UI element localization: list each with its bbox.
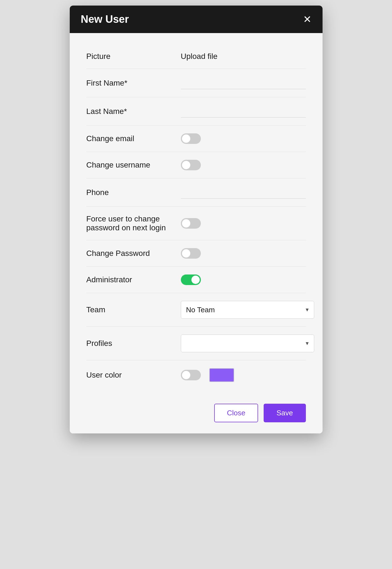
force-password-label: Force user to change password on next lo… [86, 214, 181, 232]
administrator-toggle[interactable] [181, 274, 201, 285]
change-username-row: Change username [86, 152, 306, 178]
new-user-modal: New User ✕ Picture Upload file First Nam… [70, 6, 323, 433]
force-password-toggle[interactable] [181, 218, 201, 229]
user-color-toggle[interactable] [181, 370, 201, 380]
last-name-control [181, 105, 306, 118]
team-row: Team No Team Team A Team B ▼ [86, 293, 306, 327]
change-password-toggle-wrapper [181, 248, 306, 259]
change-email-control [181, 133, 306, 144]
change-username-control [181, 160, 306, 170]
force-password-control [181, 218, 306, 229]
close-button[interactable]: Close [214, 404, 258, 422]
first-name-control [181, 77, 306, 89]
team-select-wrapper: No Team Team A Team B ▼ [181, 301, 314, 319]
modal-close-button[interactable]: ✕ [303, 14, 311, 24]
last-name-input[interactable] [181, 105, 306, 118]
picture-row: Picture Upload file [86, 44, 306, 69]
user-color-control [181, 368, 306, 382]
change-username-toggle[interactable] [181, 160, 201, 170]
change-password-row: Change Password [86, 240, 306, 267]
change-email-toggle[interactable] [181, 133, 201, 144]
last-name-label: Last Name* [86, 107, 181, 116]
profiles-select[interactable]: Profile A Profile B [181, 335, 314, 352]
change-email-slider [181, 133, 201, 144]
upload-file-link[interactable]: Upload file [181, 52, 218, 61]
administrator-slider [181, 274, 201, 285]
first-name-row: First Name* [86, 69, 306, 97]
force-password-toggle-wrapper [181, 218, 306, 229]
close-icon: ✕ [303, 14, 311, 24]
team-label: Team [86, 305, 181, 314]
change-email-row: Change email [86, 126, 306, 152]
change-username-toggle-wrapper [181, 160, 306, 170]
change-email-toggle-wrapper [181, 133, 306, 144]
modal-header: New User ✕ [70, 6, 323, 33]
administrator-control [181, 274, 306, 285]
phone-row: Phone [86, 178, 306, 207]
administrator-label: Administrator [86, 275, 181, 284]
administrator-toggle-wrapper [181, 274, 306, 285]
phone-input[interactable] [181, 186, 306, 199]
user-color-controls [181, 368, 306, 382]
change-username-slider [181, 160, 201, 170]
first-name-input[interactable] [181, 77, 306, 89]
profiles-label: Profiles [86, 339, 181, 348]
change-username-label: Change username [86, 161, 181, 169]
administrator-row: Administrator [86, 267, 306, 293]
change-password-slider [181, 248, 201, 259]
picture-label: Picture [86, 52, 181, 61]
change-password-label: Change Password [86, 249, 181, 258]
user-color-row: User color [86, 360, 306, 390]
change-password-toggle[interactable] [181, 248, 201, 259]
modal-body: Picture Upload file First Name* Last Nam… [70, 33, 323, 398]
first-name-label: First Name* [86, 79, 181, 88]
profiles-control: Profile A Profile B ▼ [181, 335, 314, 352]
change-email-label: Change email [86, 134, 181, 143]
profiles-row: Profiles Profile A Profile B ▼ [86, 327, 306, 360]
user-color-swatch[interactable] [209, 368, 234, 382]
force-password-slider [181, 218, 201, 229]
profiles-select-wrapper: Profile A Profile B ▼ [181, 335, 314, 352]
change-password-control [181, 248, 306, 259]
phone-control [181, 186, 306, 199]
user-color-label: User color [86, 371, 181, 380]
last-name-row: Last Name* [86, 97, 306, 126]
save-button[interactable]: Save [264, 404, 306, 422]
modal-footer: Close Save [70, 398, 323, 433]
team-select[interactable]: No Team Team A Team B [181, 301, 314, 319]
user-color-slider [181, 370, 201, 380]
picture-control: Upload file [181, 52, 306, 61]
phone-label: Phone [86, 188, 181, 197]
modal-title: New User [81, 13, 129, 25]
force-password-row: Force user to change password on next lo… [86, 207, 306, 240]
team-control: No Team Team A Team B ▼ [181, 301, 314, 319]
